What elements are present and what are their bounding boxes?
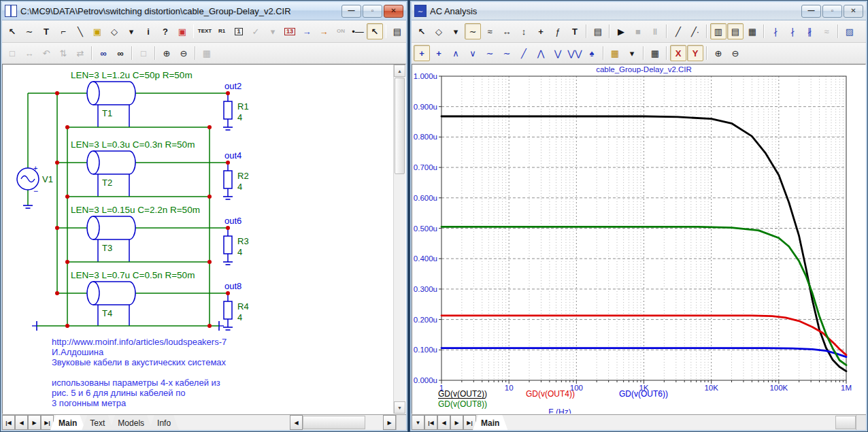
- shape-tool[interactable]: ◇: [106, 23, 122, 39]
- horizontal-scroll-thumb[interactable]: [835, 416, 856, 429]
- tab-info[interactable]: Info: [149, 415, 179, 430]
- component-tool[interactable]: ▣: [89, 23, 105, 39]
- tline-designator-t4[interactable]: T4: [102, 308, 112, 318]
- resistor-value-r2[interactable]: 4: [237, 182, 242, 192]
- zoom-in-button[interactable]: ⊕: [158, 45, 175, 61]
- line-tool[interactable]: ╲: [72, 23, 88, 39]
- first-page-button[interactable]: |◀: [424, 415, 437, 430]
- rotate-button[interactable]: ↶: [38, 45, 54, 61]
- page-dropdown-button[interactable]: ▼: [412, 415, 424, 430]
- function-tag-button[interactable]: ƒ: [550, 23, 566, 39]
- tline-symbol-t1[interactable]: [87, 82, 99, 105]
- scope-mode-button[interactable]: ∼: [465, 23, 481, 39]
- global-high-button[interactable]: ⋀: [533, 45, 549, 61]
- schematic-canvas[interactable]: +−V1LEN=3 L=1.2u C=50p R=50mT1out2R14LEN…: [3, 65, 394, 414]
- vertical-scroll-thumb[interactable]: [395, 78, 405, 174]
- tab-main[interactable]: Main: [50, 415, 85, 430]
- tline-designator-t2[interactable]: T2: [102, 178, 112, 188]
- y-axis-scale-button[interactable]: Y: [687, 45, 703, 61]
- pause-button[interactable]: ‖: [647, 23, 663, 39]
- next-peak-button[interactable]: ∧: [448, 45, 464, 61]
- flip-vertical-button[interactable]: ⇅: [55, 45, 71, 61]
- graphics-dropdown[interactable]: ▾: [448, 23, 464, 39]
- zoom-in-button[interactable]: ⊕: [710, 45, 727, 61]
- text-tool[interactable]: T: [567, 23, 583, 39]
- tline-designator-t3[interactable]: T3: [102, 243, 112, 253]
- select-tool[interactable]: ↖: [4, 23, 20, 39]
- thumbnail-button[interactable]: ▦: [199, 45, 215, 61]
- zoom-out-button[interactable]: ⊖: [727, 45, 744, 61]
- plot-3d-button[interactable]: ▦: [607, 45, 623, 61]
- run-button[interactable]: ▶: [613, 23, 629, 39]
- schematic-horizontal-scrollbar[interactable]: ◀ ▶: [290, 415, 396, 430]
- legend-gd-v-out8[interactable]: GD(v(OUT8)): [438, 399, 487, 409]
- horizontal-scroll-thumb[interactable]: [303, 416, 365, 429]
- minor-grid-y-button[interactable]: ▤: [727, 23, 744, 39]
- slide-show-button[interactable]: □: [135, 45, 152, 61]
- prev-page-button[interactable]: ◀: [15, 415, 28, 430]
- resistor-designator-r3[interactable]: R3: [237, 236, 249, 246]
- resistor-designator-r2[interactable]: R2: [237, 171, 249, 181]
- scroll-left-button[interactable]: ◀: [290, 415, 303, 430]
- next-valley-button[interactable]: ∨: [465, 45, 481, 61]
- waveform-probe-button[interactable]: R1: [214, 23, 230, 39]
- legend-gd-v-out4[interactable]: GD(v(OUT4)): [526, 389, 575, 399]
- tline-symbol-t4[interactable]: [87, 282, 99, 305]
- scroll-up-button[interactable]: ▲: [394, 65, 405, 77]
- align-cursor-right-button[interactable]: ∤: [784, 23, 801, 39]
- scroll-down-button[interactable]: ▼: [394, 401, 405, 414]
- close-button[interactable]: ✕: [384, 5, 403, 18]
- tab-main[interactable]: Main: [473, 415, 507, 430]
- analysis-titlebar[interactable]: ∼ AC Analysis — ▫ ✕: [412, 2, 866, 20]
- next-page-button[interactable]: ▶: [28, 415, 41, 430]
- resistor-value-r1[interactable]: 4: [237, 112, 242, 122]
- align-cursor-left-button[interactable]: ∤: [767, 23, 784, 39]
- plot-3d-dropdown[interactable]: ▾: [624, 45, 640, 61]
- find-text-button[interactable]: ∞: [112, 45, 129, 61]
- help-mode-tool[interactable]: ?: [157, 23, 173, 39]
- vertical-span-button[interactable]: ↕: [516, 23, 532, 39]
- horizontal-span-button[interactable]: ↔: [499, 23, 515, 39]
- select-region-button[interactable]: □: [4, 45, 20, 61]
- tline-param-text-t3[interactable]: LEN=3 L=0.15u C=2.2n R=50m: [71, 205, 200, 215]
- close-button[interactable]: ✕: [844, 5, 863, 18]
- x-axis-scale-button[interactable]: X: [670, 45, 686, 61]
- tline-param-text-t2[interactable]: LEN=3 L=0.3u C=0.3n R=50m: [71, 139, 195, 150]
- properties-button[interactable]: ▤: [590, 23, 606, 39]
- current-display-button[interactable]: →: [299, 23, 315, 39]
- waveform-stack-button[interactable]: ≈: [482, 23, 498, 39]
- analysis-properties-button[interactable]: ▨: [841, 23, 858, 39]
- cursor-mode-button[interactable]: +: [414, 45, 430, 61]
- wire-tool[interactable]: ∼: [21, 23, 37, 39]
- stop-button[interactable]: ■: [630, 23, 646, 39]
- numeric-output-button[interactable]: ▦: [647, 45, 663, 61]
- source-designator[interactable]: V1: [42, 174, 53, 184]
- node-numbers-button[interactable]: 1: [231, 23, 247, 39]
- zoom-out-button[interactable]: ⊖: [176, 45, 192, 61]
- resistor-designator-r4[interactable]: R4: [237, 301, 249, 312]
- all-peaks-button[interactable]: ♠: [584, 45, 600, 61]
- legend-gd-v-out2[interactable]: GD(v(OUT2)): [438, 389, 487, 399]
- next-page-button[interactable]: ▶: [450, 415, 463, 430]
- scroll-right-button[interactable]: ▶: [383, 415, 396, 430]
- resistor-value-r3[interactable]: 4: [237, 247, 242, 257]
- node-label-out6[interactable]: out6: [224, 216, 241, 226]
- power-display-button[interactable]: →: [316, 23, 332, 39]
- flag-tool[interactable]: ▣: [174, 23, 190, 39]
- restore-button[interactable]: ▫: [822, 5, 842, 18]
- align-cursor-both-button[interactable]: ∦: [801, 23, 818, 39]
- next-low-button[interactable]: ∼: [499, 45, 515, 61]
- tline-symbol-t3[interactable]: [87, 216, 99, 239]
- data-point-cursor-button[interactable]: +: [431, 45, 447, 61]
- find-component-button[interactable]: ∞: [95, 45, 112, 61]
- first-page-button[interactable]: |◀: [2, 415, 15, 430]
- bottom-cursors-button[interactable]: ⋁⋁: [567, 45, 583, 61]
- node-label-out4[interactable]: out4: [224, 150, 241, 161]
- move-button[interactable]: ↔: [21, 45, 37, 61]
- smoothing-button[interactable]: ≈: [818, 23, 835, 39]
- resistor-symbol-r3[interactable]: [224, 236, 232, 254]
- point-tag-button[interactable]: ↖: [367, 23, 383, 39]
- tab-models[interactable]: Models: [110, 415, 152, 430]
- condition-display-button[interactable]: ON: [333, 23, 349, 39]
- tline-param-text-t4[interactable]: LEN=3 L=0.7u C=0.5n R=50m: [71, 270, 195, 280]
